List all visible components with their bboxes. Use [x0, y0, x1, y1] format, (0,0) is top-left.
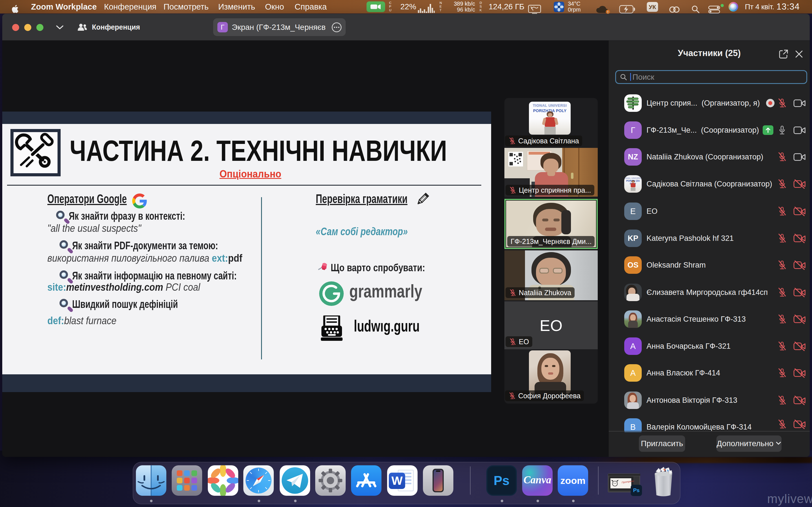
svg-text:!: ! [607, 10, 608, 14]
